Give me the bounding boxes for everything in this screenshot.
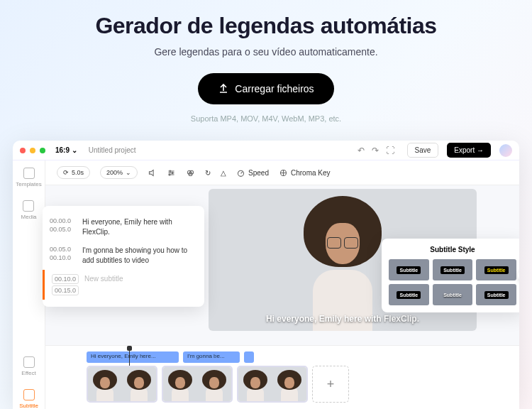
subtitle-track[interactable]: Hi everyone, Emily here... I'm gonna be.… — [87, 351, 478, 363]
redo-button[interactable]: ↷ — [372, 146, 379, 156]
export-button[interactable]: Export → — [447, 143, 491, 158]
save-button[interactable]: Save — [407, 143, 439, 158]
subtitle-clip[interactable]: I'm gonna be... — [183, 351, 240, 363]
video-toolbar: ⟳ 5.0s 200% ⌄ ↻ △ Speed Chroma Key — [45, 160, 519, 185]
sidebar-item-subtitle[interactable]: Subtitle — [19, 389, 38, 409]
style-option[interactable]: Subtitle — [476, 259, 516, 280]
upload-label: Carregar ficheiros — [235, 83, 314, 94]
support-text: Suporta MP4, MOV, M4V, WebM, MP3, etc. — [0, 114, 532, 123]
subtitle-text[interactable]: Hi everyone, Emily here with FlexClip. — [82, 217, 197, 237]
style-option[interactable]: Subtitle — [433, 284, 473, 305]
styles-title: Subtitle Style — [389, 246, 516, 253]
sidebar-item-templates[interactable]: Templates — [16, 168, 41, 187]
project-title[interactable]: Untitled project — [89, 146, 353, 154]
volume-button[interactable] — [148, 168, 157, 178]
subtitle-clip[interactable]: Hi everyone, Emily here... — [87, 351, 179, 363]
subtitle-clip[interactable] — [244, 351, 254, 363]
upload-button[interactable]: Carregar ficheiros — [198, 73, 333, 104]
subtitle-row[interactable]: 00.10.000.15.0 New subtitle — [43, 270, 204, 300]
fullscreen-button[interactable]: ⛶ — [386, 146, 394, 156]
styles-next-button[interactable]: › — [518, 269, 519, 282]
zoom-control[interactable]: 200% ⌄ — [100, 166, 138, 179]
adjust-button[interactable] — [167, 168, 176, 178]
preview-person — [293, 196, 392, 324]
undo-button[interactable]: ↶ — [358, 146, 365, 156]
timeline[interactable]: Hi everyone, Emily here... I'm gonna be.… — [45, 345, 519, 409]
sidebar-item-media[interactable]: Media — [21, 200, 37, 220]
video-clip[interactable] — [87, 366, 157, 403]
speed-button[interactable]: Speed — [236, 168, 269, 178]
subtitle-input[interactable]: New subtitle — [84, 274, 197, 295]
subtitle-style-panel: Subtitle Style Subtitle Subtitle Subtitl… — [382, 239, 519, 312]
editor-app: 16:9 ⌄ Untitled project ↶ ↷ ⛶ Save Expor… — [13, 141, 519, 409]
filter-button[interactable] — [186, 168, 195, 178]
flip-button[interactable]: △ — [221, 169, 226, 177]
subtitle-editor: 00.00.000.05.0 Hi everyone, Emily here w… — [43, 206, 204, 307]
upload-icon — [218, 83, 229, 94]
page-title: Gerador de legendas automátias — [0, 13, 532, 39]
chroma-button[interactable]: Chroma Key — [279, 168, 331, 178]
subtitle-text[interactable]: I'm gonna be showing you how to add subt… — [82, 246, 197, 266]
subtitle-row[interactable]: 00.05.000.10.0 I'm gonna be showing you … — [43, 241, 204, 270]
sidebar: Templates Media Effect Subtitle — [13, 160, 45, 409]
window-titlebar: 16:9 ⌄ Untitled project ↶ ↷ ⛶ Save Expor… — [13, 141, 519, 160]
avatar[interactable] — [499, 144, 512, 157]
preview-caption: Hi everyone, Emily here with FlexClip. — [209, 314, 477, 324]
video-clip[interactable] — [162, 366, 233, 403]
style-option[interactable]: Subtitle — [476, 284, 516, 305]
subtitle-icon — [23, 389, 35, 400]
style-option[interactable]: Subtitle — [389, 284, 429, 305]
sidebar-item-effect[interactable]: Effect — [21, 356, 35, 376]
subtitle-row[interactable]: 00.00.000.05.0 Hi everyone, Emily here w… — [43, 213, 204, 241]
video-track[interactable]: + — [87, 366, 478, 403]
style-option[interactable]: Subtitle — [433, 259, 473, 280]
window-close-icon[interactable] — [20, 148, 26, 153]
window-maximize-icon[interactable] — [40, 148, 45, 153]
add-clip-button[interactable]: + — [312, 366, 349, 403]
style-option[interactable]: Subtitle — [389, 259, 429, 280]
effect-icon — [23, 356, 35, 368]
stage: ⟳ 5.0s 200% ⌄ ↻ △ Speed Chroma Key Hi ev… — [45, 160, 519, 409]
templates-icon — [23, 168, 35, 179]
media-icon — [23, 200, 34, 212]
window-minimize-icon[interactable] — [30, 148, 35, 153]
rotate-button[interactable]: ↻ — [205, 169, 211, 177]
video-clip[interactable] — [237, 366, 308, 403]
page-subtitle: Gere legendas para o seu vídeo automatic… — [0, 46, 532, 58]
aspect-ratio[interactable]: 16:9 ⌄ — [55, 146, 77, 154]
duration-control[interactable]: ⟳ 5.0s — [57, 166, 90, 179]
